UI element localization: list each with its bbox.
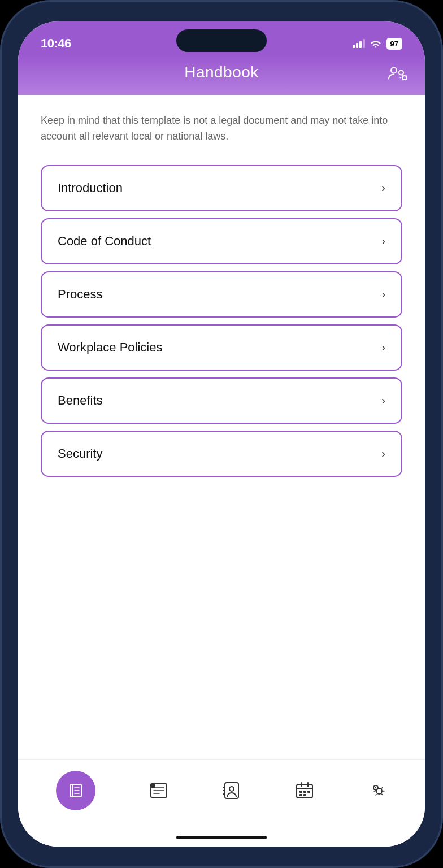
nav-item-settings[interactable] (361, 779, 394, 802)
chevron-right-icon-benefits: › (381, 394, 385, 407)
nav-item-contacts[interactable] (215, 779, 248, 802)
svg-rect-30 (299, 794, 302, 796)
nav-item-news[interactable] (142, 779, 175, 802)
menu-item-process[interactable]: Process › (41, 271, 402, 318)
chevron-right-icon-code-of-conduct: › (381, 235, 385, 248)
calendar-icon (295, 781, 314, 800)
menu-list: Introduction › Code of Conduct › Process… (41, 165, 402, 477)
disclaimer-text: Keep in mind that this template is not a… (41, 113, 402, 145)
menu-item-label-workplace-policies: Workplace Policies (58, 340, 162, 355)
phone-frame: 10:46 97 Handbook (0, 0, 443, 868)
svg-line-34 (381, 788, 383, 789)
page-title: Handbook (184, 63, 259, 81)
battery-indicator: 97 (386, 38, 402, 50)
chevron-right-icon-introduction: › (381, 181, 385, 194)
menu-item-label-benefits: Benefits (58, 393, 103, 408)
menu-item-label-security: Security (58, 446, 102, 461)
menu-item-label-code-of-conduct: Code of Conduct (58, 234, 151, 249)
contacts-icon (222, 781, 241, 800)
svg-line-5 (402, 75, 403, 76)
menu-item-benefits[interactable]: Benefits › (41, 377, 402, 424)
svg-rect-29 (307, 791, 310, 793)
svg-rect-27 (299, 791, 302, 793)
menu-item-security[interactable]: Security › (41, 431, 402, 477)
status-time: 10:46 (41, 36, 71, 51)
menu-item-label-process: Process (58, 287, 102, 302)
svg-line-37 (376, 795, 376, 796)
svg-line-35 (381, 794, 383, 795)
menu-item-label-introduction: Introduction (58, 181, 123, 196)
svg-rect-28 (303, 791, 306, 793)
phone-screen: 10:46 97 Handbook (18, 21, 425, 847)
menu-item-introduction[interactable]: Introduction › (41, 165, 402, 211)
status-icons: 97 (353, 38, 402, 50)
svg-rect-31 (303, 794, 306, 796)
svg-point-19 (229, 787, 234, 791)
menu-item-code-of-conduct[interactable]: Code of Conduct › (41, 218, 402, 264)
svg-line-4 (406, 79, 407, 80)
svg-line-3 (406, 76, 407, 76)
news-icon (149, 781, 168, 800)
menu-item-workplace-policies[interactable]: Workplace Policies › (41, 324, 402, 371)
app-header: Handbook (18, 55, 425, 95)
chevron-right-icon-workplace-policies: › (381, 341, 385, 354)
signal-icon (353, 39, 365, 48)
dynamic-island (176, 29, 267, 52)
svg-point-1 (399, 71, 403, 75)
svg-line-6 (402, 80, 403, 80)
home-indicator (18, 828, 425, 847)
header-settings-icon[interactable] (388, 66, 407, 85)
chevron-right-icon-security: › (381, 447, 385, 460)
home-bar (176, 836, 267, 839)
nav-item-handbook[interactable] (49, 769, 102, 813)
main-content: Keep in mind that this template is not a… (18, 95, 425, 759)
svg-rect-17 (151, 784, 155, 788)
svg-line-36 (375, 788, 376, 789)
handbook-icon (67, 782, 84, 799)
settings-nav-icon (368, 781, 387, 800)
svg-point-0 (391, 68, 397, 73)
bottom-nav (18, 759, 425, 828)
wifi-icon (370, 39, 382, 48)
chevron-right-icon-process: › (381, 288, 385, 301)
nav-item-calendar[interactable] (288, 779, 321, 802)
